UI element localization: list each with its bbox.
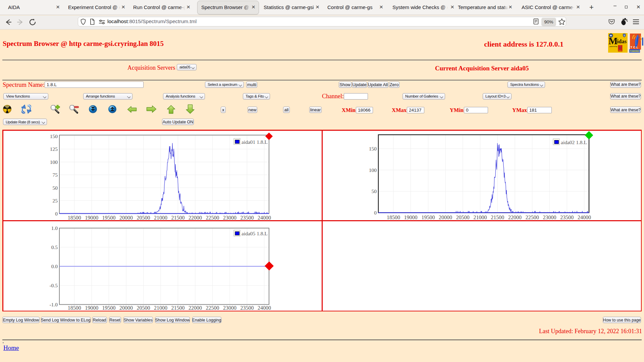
svg-text:23000: 23000 [543, 215, 556, 220]
svg-text:20000: 20000 [119, 305, 133, 311]
svg-text:24000: 24000 [258, 215, 271, 221]
svg-text:M: M [608, 36, 618, 46]
svg-text:aida02 1.8.L: aida02 1.8.L [561, 139, 587, 145]
svg-text:-1.0: -1.0 [49, 302, 58, 307]
svg-text:idas: idas [617, 38, 627, 45]
svg-text:24000: 24000 [578, 215, 591, 220]
svg-text:19000: 19000 [85, 305, 98, 311]
svg-text:20500: 20500 [137, 305, 150, 311]
svg-text:aida05 1.8.L: aida05 1.8.L [241, 231, 268, 236]
svg-text:19500: 19500 [102, 305, 116, 311]
svg-text:18500: 18500 [68, 215, 81, 221]
svg-text:20500: 20500 [137, 215, 150, 221]
svg-text:50: 50 [53, 185, 58, 191]
svg-text:21500: 21500 [171, 305, 185, 311]
svg-text:19000: 19000 [404, 215, 418, 220]
svg-text:100: 100 [369, 167, 377, 173]
svg-text:20000: 20000 [439, 215, 452, 220]
svg-text:100: 100 [50, 159, 58, 165]
svg-text:21500: 21500 [491, 215, 504, 220]
svg-text:21000: 21000 [474, 215, 487, 220]
svg-text:23500: 23500 [240, 215, 254, 221]
svg-text:POWERED: POWERED [630, 50, 640, 53]
svg-text:18500: 18500 [387, 215, 400, 220]
svg-text:1.0: 1.0 [51, 225, 58, 231]
svg-text:18500: 18500 [68, 305, 81, 311]
svg-text:22000: 22000 [189, 215, 202, 221]
svg-text:aida01 1.8.L: aida01 1.8.L [241, 139, 268, 145]
svg-text:TCL: TCL [631, 46, 639, 49]
svg-text:22500: 22500 [206, 305, 219, 311]
svg-text:24000: 24000 [258, 305, 271, 311]
svg-text:21000: 21000 [154, 305, 167, 311]
svg-text:19500: 19500 [102, 215, 116, 221]
svg-text:75: 75 [53, 172, 58, 178]
svg-text:23000: 23000 [223, 215, 236, 221]
svg-text:22500: 22500 [526, 215, 539, 220]
svg-text:21000: 21000 [154, 215, 167, 221]
svg-text:23000: 23000 [223, 305, 236, 311]
svg-text:22000: 22000 [189, 305, 202, 311]
svg-text:21500: 21500 [171, 215, 185, 221]
svg-text:20000: 20000 [119, 215, 133, 221]
svg-text:22000: 22000 [508, 215, 522, 220]
svg-text:23500: 23500 [240, 305, 254, 311]
svg-text:0.0: 0.0 [51, 263, 58, 269]
svg-text:19000: 19000 [85, 215, 98, 221]
svg-text:150: 150 [50, 133, 58, 139]
svg-text:0: 0 [374, 210, 377, 216]
svg-text:23500: 23500 [560, 215, 574, 220]
svg-text:20500: 20500 [456, 215, 470, 220]
svg-text:125: 125 [50, 146, 58, 152]
svg-text:150: 150 [369, 146, 377, 152]
svg-text:22500: 22500 [206, 215, 219, 221]
svg-text:19500: 19500 [421, 215, 435, 220]
svg-text:-0.5: -0.5 [49, 283, 58, 288]
svg-text:50: 50 [372, 188, 377, 194]
svg-text:25: 25 [53, 198, 58, 203]
svg-text:0: 0 [55, 211, 58, 217]
svg-text:0.5: 0.5 [51, 244, 58, 250]
svg-text:powered by: powered by [609, 46, 618, 47]
svg-text:TCL: TCL [619, 50, 622, 51]
